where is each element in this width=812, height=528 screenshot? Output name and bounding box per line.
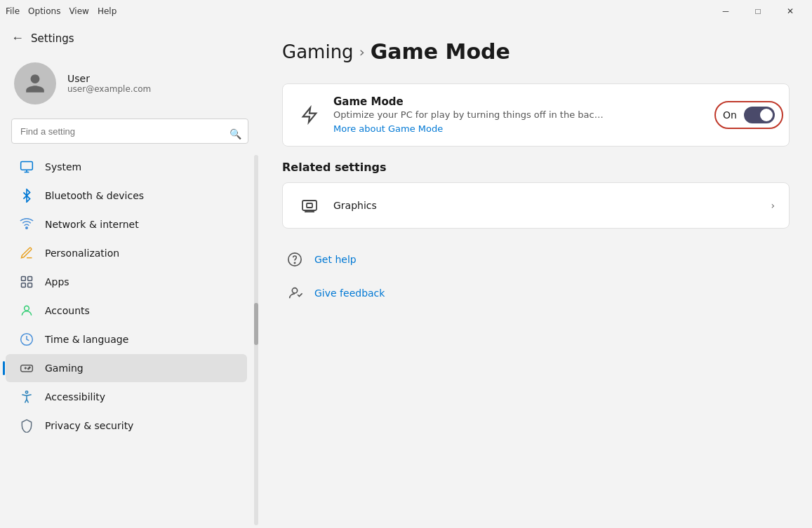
svg-rect-17 — [307, 203, 312, 208]
user-icon — [24, 72, 46, 95]
sidebar-item-system[interactable]: System — [6, 153, 247, 181]
sidebar-item-gaming[interactable]: Gaming — [6, 354, 247, 382]
svg-point-15 — [25, 391, 27, 393]
window-controls: ─ □ ✕ — [710, 0, 806, 22]
svg-rect-4 — [22, 277, 26, 281]
get-help-icon — [285, 250, 305, 269]
help-links: Get help Give feedback — [282, 243, 790, 310]
graphics-card[interactable]: Graphics › — [282, 182, 790, 229]
sidebar-item-bluetooth[interactable]: Bluetooth & devices — [6, 182, 247, 210]
accessibility-icon — [20, 390, 34, 404]
titlebar-menu: File Options View Help — [6, 6, 117, 16]
minimize-button[interactable]: ─ — [710, 0, 742, 22]
personalization-icon — [20, 246, 34, 260]
breadcrumb-separator: › — [359, 43, 365, 60]
get-help-label[interactable]: Get help — [314, 254, 357, 265]
graphics-chevron: › — [771, 200, 775, 211]
menu-file[interactable]: File — [6, 6, 20, 16]
svg-point-3 — [26, 227, 28, 229]
maximize-button[interactable]: □ — [742, 0, 774, 22]
game-mode-name: Game Mode — [333, 95, 712, 108]
sidebar-item-personalization[interactable]: Personalization — [6, 239, 247, 267]
scrollbar-thumb[interactable] — [254, 303, 258, 345]
game-mode-icon — [297, 102, 322, 128]
user-name: User — [67, 73, 246, 84]
app-title: Settings — [31, 32, 74, 45]
sidebar-item-label-accessibility: Accessibility — [45, 391, 105, 402]
page-header: Gaming › Game Mode — [282, 39, 790, 64]
time-icon — [20, 332, 34, 346]
game-mode-svg-icon — [300, 105, 319, 125]
give-feedback-icon — [285, 283, 305, 303]
apps-icon — [20, 275, 34, 289]
sidebar-item-label-personalization: Personalization — [45, 248, 119, 259]
network-icon — [20, 217, 34, 231]
graphics-label: Graphics — [333, 200, 759, 211]
toggle-on-label: On — [723, 109, 737, 121]
privacy-icon — [20, 419, 34, 433]
main-content: Gaming › Game Mode Game Mode Optimize yo… — [260, 22, 812, 528]
user-info: User user@example.com — [67, 73, 246, 94]
svg-rect-6 — [22, 283, 26, 287]
menu-options[interactable]: Options — [28, 6, 60, 16]
sidebar-item-accounts[interactable]: Accounts — [6, 297, 247, 325]
user-profile: User user@example.com — [0, 48, 260, 116]
sidebar-item-privacy[interactable]: Privacy & security — [6, 412, 247, 440]
sidebar-item-label-system: System — [45, 161, 81, 172]
bluetooth-icon — [20, 189, 34, 203]
main-window: ← Settings User user@example.com 🔍 — [0, 22, 812, 528]
svg-point-8 — [25, 306, 29, 311]
titlebar: File Options View Help ─ □ ✕ — [0, 0, 812, 22]
breadcrumb-parent[interactable]: Gaming — [282, 41, 354, 62]
game-mode-card: Game Mode Optimize your PC for play by t… — [282, 83, 790, 147]
game-mode-learn-more[interactable]: More about Game Mode — [333, 123, 443, 134]
sidebar-item-apps[interactable]: Apps — [6, 268, 247, 296]
page-title: Game Mode — [371, 39, 510, 64]
scrollbar-track[interactable] — [254, 155, 258, 525]
related-settings-title: Related settings — [282, 161, 790, 174]
sidebar-item-label-time: Time & language — [45, 334, 128, 345]
user-email: user@example.com — [67, 84, 246, 94]
gaming-icon — [20, 361, 34, 375]
menu-view[interactable]: View — [69, 6, 88, 16]
svg-rect-16 — [302, 201, 317, 210]
game-mode-description: Optimize your PC for play by turning thi… — [333, 109, 712, 120]
close-button[interactable]: ✕ — [774, 0, 806, 22]
system-icon — [20, 160, 34, 174]
sidebar: ← Settings User user@example.com 🔍 — [0, 22, 260, 528]
sidebar-nav: SystemBluetooth & devicesNetwork & inter… — [0, 152, 253, 528]
svg-point-14 — [28, 368, 29, 370]
sidebar-item-accessibility[interactable]: Accessibility — [6, 383, 247, 411]
graphics-icon — [297, 193, 322, 218]
sidebar-item-label-accounts: Accounts — [45, 305, 90, 316]
sidebar-item-time[interactable]: Time & language — [6, 325, 247, 353]
svg-point-22 — [294, 262, 295, 263]
svg-rect-0 — [21, 162, 33, 170]
accounts-icon — [20, 304, 34, 318]
svg-rect-7 — [28, 283, 32, 287]
sidebar-item-label-bluetooth: Bluetooth & devices — [45, 190, 144, 201]
search-container: 🔍 — [0, 116, 260, 152]
menu-help[interactable]: Help — [98, 6, 117, 16]
sidebar-item-label-network: Network & internet — [45, 219, 139, 230]
get-help-item[interactable]: Get help — [282, 243, 790, 276]
game-mode-toggle-area: On — [723, 107, 775, 123]
give-feedback-label[interactable]: Give feedback — [314, 287, 385, 299]
game-mode-toggle[interactable] — [744, 107, 775, 123]
svg-rect-5 — [28, 277, 32, 281]
sidebar-item-label-gaming: Gaming — [45, 363, 84, 374]
graphics-svg-icon — [301, 197, 318, 214]
game-mode-info: Game Mode Optimize your PC for play by t… — [333, 95, 712, 135]
svg-point-23 — [292, 288, 297, 293]
back-button[interactable]: ← — [11, 31, 24, 46]
search-input[interactable] — [11, 119, 248, 144]
avatar[interactable] — [14, 62, 56, 104]
sidebar-item-label-privacy: Privacy & security — [45, 420, 133, 431]
give-feedback-item[interactable]: Give feedback — [282, 276, 790, 310]
sidebar-item-network[interactable]: Network & internet — [6, 210, 247, 238]
sidebar-item-label-apps: Apps — [45, 276, 69, 287]
